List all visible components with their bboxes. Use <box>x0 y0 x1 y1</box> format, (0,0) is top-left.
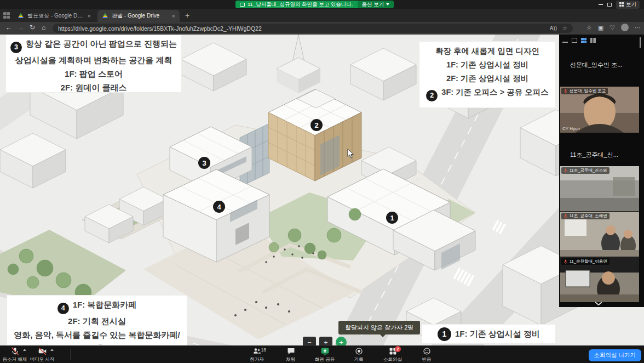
panel-popout-icon[interactable] <box>640 37 641 48</box>
monitor-icon <box>240 3 245 7</box>
building-marker-1: 1 <box>386 212 398 224</box>
zoom-out-button[interactable]: − <box>303 337 316 345</box>
leave-breakout-room-button[interactable]: 소회의실 나가기 <box>589 349 641 361</box>
record-label: 기록 <box>354 356 364 363</box>
note3-line4: 2F: 원데이 클래스 <box>6 81 181 94</box>
forward-icon[interactable]: → <box>18 24 24 31</box>
participant-name: 11조_공주대_소해빈 <box>570 213 607 219</box>
share-screen-icon <box>320 347 330 356</box>
start-video-button[interactable]: 비디오 시작 <box>30 347 55 363</box>
view-options-button[interactable]: 옵션 보기 <box>358 1 394 8</box>
drive-zoom-controls: − + + <box>303 337 347 345</box>
read-aloud-icon[interactable]: A)) <box>550 25 557 31</box>
participant-name-chip: 11조_공주대_신소영 <box>561 167 610 174</box>
video-tile-3[interactable]: 11조_공주대_소해빈 <box>560 212 639 257</box>
note1-line1: 1F: 기존 상업시설 정비 <box>455 329 540 339</box>
strip-view-icon[interactable] <box>590 38 596 43</box>
note3-line3: 1F: 팝업 스토어 <box>6 67 181 81</box>
favorites-bar-icon[interactable]: ☆ <box>586 24 592 31</box>
video-watermark: CY Hyun <box>562 126 580 131</box>
chat-icon <box>286 347 296 356</box>
share-screen-button[interactable]: 화면 공유 <box>312 347 337 363</box>
mic-options-caret[interactable] <box>23 349 26 351</box>
video-tile-2[interactable]: 11조_공주대_신소영 <box>560 166 639 211</box>
reactions-button[interactable]: 반응 <box>414 347 439 363</box>
mouse-cursor <box>347 149 355 158</box>
panel-minimize-icon[interactable] <box>562 42 568 43</box>
tab-panel[interactable]: 판넬 - Google Drive × <box>97 10 180 22</box>
note2-line4: 3F: 기존 오피스 > 공유 오피스 <box>441 88 548 97</box>
note3-line2: 상업시설을 계획하며 변화하는 공간을 계획 <box>6 53 181 67</box>
browser-tab-bar: 발표영상 - Google Drive × 판넬 - Google Drive … <box>0 9 644 22</box>
chevron-down-icon <box>386 3 389 5</box>
refresh-icon[interactable]: ↻ <box>30 24 35 31</box>
participant-name-chip: 11조_공주대_소해빈 <box>561 213 610 219</box>
note4-number-badge: 4 <box>58 303 69 314</box>
view-options-label: 옵션 보기 <box>362 1 384 8</box>
screen-share-banner-text: 11_남서울대_심규영의 화면을 보고 있습니다. <box>248 1 353 8</box>
toolbar-center-group: 18 참가자 채팅 화면 공유 기록 <box>244 347 439 363</box>
video-tile-4[interactable]: 11_순천향대_이용민 <box>560 257 639 302</box>
participants-icon <box>252 347 262 356</box>
toolbar-left-group: 음소거 해제 비디오 시작 <box>2 347 55 363</box>
collections-icon[interactable]: ▣ <box>598 24 603 31</box>
panel-scroll-down-chevron[interactable] <box>594 301 603 306</box>
restore-icon[interactable] <box>607 3 612 7</box>
view-layout-button[interactable]: 보기 <box>616 1 640 9</box>
panel-layout-controls <box>640 38 641 48</box>
screen-share-banner: 11_남서울대_심규영의 화면을 보고 있습니다. <box>235 1 358 8</box>
video-tile-1[interactable]: 선문대_임수빈 조교 CY Hyun <box>560 87 639 133</box>
start-video-label: 비디오 시작 <box>30 356 55 363</box>
chat-button[interactable]: 채팅 <box>278 347 303 363</box>
tab-actions-icon[interactable] <box>3 12 10 19</box>
chat-label: 채팅 <box>286 356 296 363</box>
url-field[interactable]: https://drive.google.com/drive/folders/1… <box>53 24 573 33</box>
note4-line1: 1F: 복합문화카페 <box>73 300 137 309</box>
participants-button[interactable]: 18 참가자 <box>244 347 269 363</box>
screen-share-banner-group: 11_남서울대_심규영의 화면을 보고 있습니다. 옵션 보기 <box>235 1 394 8</box>
record-button[interactable]: 기록 <box>346 347 371 363</box>
note4-line3: 영화, 음악, 독서를 즐길수 있는 복합문화카페/ <box>7 328 187 342</box>
muted-mic-icon <box>564 168 568 173</box>
tab-close-icon[interactable]: × <box>172 13 175 19</box>
zoom-in-button[interactable]: + <box>319 337 332 345</box>
note3-line1: 항상 같은 공간이 아닌 팝업으로 진행되는 <box>26 39 177 48</box>
speaker-view-icon[interactable] <box>572 38 577 43</box>
more-menu-icon[interactable]: ⋯ <box>635 24 641 31</box>
breakout-rooms-button[interactable]: 2 소회의실 <box>380 347 405 363</box>
speaker-name-header-2: 11조_공주대_신... <box>570 151 618 159</box>
mic-muted-icon <box>10 347 20 356</box>
add-button[interactable]: + <box>336 337 347 345</box>
zoom-meeting-toolbar: 음소거 해제 비디오 시작 18 참가자 <box>0 345 644 363</box>
note4-line4: 기존 입면을 보수하며 신축 부분과 어우러지게 계획 <box>7 342 187 345</box>
home-icon[interactable]: ⌂ <box>42 24 45 31</box>
unmute-button[interactable]: 음소거 해제 <box>2 347 27 363</box>
gallery-view-icon[interactable] <box>581 38 586 43</box>
participant-name: 11조_공주대_신소영 <box>570 168 607 173</box>
video-options-caret[interactable] <box>50 349 54 351</box>
toolbar-divider <box>70 349 71 360</box>
record-icon <box>354 347 364 356</box>
tab-presentation-video[interactable]: 발표영상 - Google Drive × <box>13 10 95 22</box>
muted-mic-icon <box>564 214 568 219</box>
note4-line2: 2F: 기획 전시실 <box>7 314 187 328</box>
speaker-name-header-1: 선문대_임수빈 조... <box>570 61 622 69</box>
topbar-right-controls: 보기 <box>599 1 640 8</box>
browser-address-bar: ← → ↻ ⌂ https://drive.google.com/drive/f… <box>0 22 644 35</box>
favorite-star-icon[interactable]: ☆ <box>562 25 567 31</box>
participants-count: 18 <box>261 347 266 353</box>
minimize-icon[interactable] <box>599 4 603 5</box>
profile-avatar[interactable] <box>621 24 629 31</box>
note1-number-badge: 1 <box>438 327 451 341</box>
new-tab-button[interactable]: + <box>185 12 189 19</box>
layout-grid-icon <box>619 2 624 7</box>
back-icon[interactable]: ← <box>5 24 12 31</box>
annotation-note-4: 41F: 복합문화카페 2F: 기획 전시실 영화, 음악, 독서를 즐길수 있… <box>7 295 187 345</box>
shared-screen-content: 3항상 같은 공간이 아닌 팝업으로 진행되는 상업시설을 계획하며 변화하는 … <box>0 35 644 345</box>
building-marker-4: 4 <box>213 201 225 213</box>
participant-name-chip: 11_순천향대_이용민 <box>561 258 610 265</box>
share-screen-label: 화면 공유 <box>315 356 335 363</box>
screen: 11_남서울대_심규영의 화면을 보고 있습니다. 옵션 보기 보기 발표영상 … <box>0 0 644 363</box>
tab-close-icon[interactable]: × <box>88 13 91 19</box>
browser-essentials-icon[interactable]: ♡ <box>610 24 615 31</box>
